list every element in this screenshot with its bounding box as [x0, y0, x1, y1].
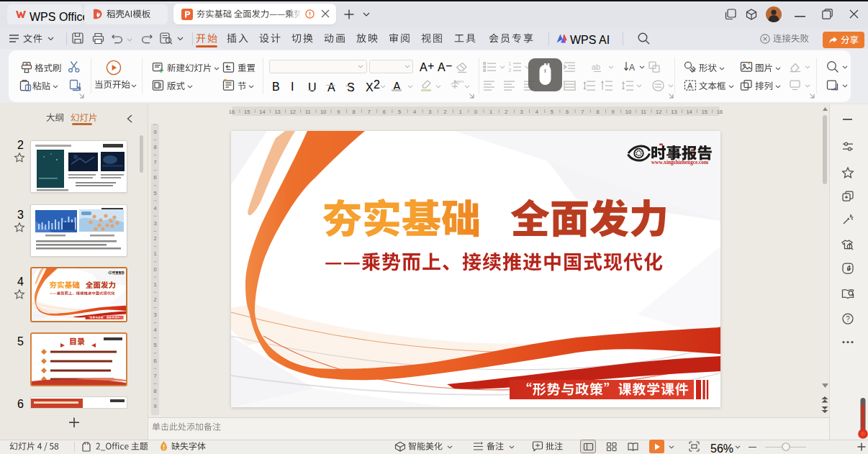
- svg-text:9: 9: [337, 109, 340, 115]
- svg-text:9: 9: [153, 129, 156, 135]
- svg-text:8: 8: [596, 109, 599, 115]
- svg-text:10: 10: [320, 109, 326, 115]
- svg-text:1: 1: [489, 109, 492, 115]
- svg-text:wen: wen: [455, 79, 464, 83]
- svg-text:3: 3: [428, 109, 431, 115]
- svg-text:5: 5: [551, 109, 553, 115]
- svg-text:12: 12: [656, 109, 661, 115]
- svg-text:3: 3: [153, 312, 156, 318]
- svg-text:2: 2: [509, 68, 512, 73]
- svg-text:14: 14: [686, 109, 692, 115]
- svg-text:A: A: [629, 63, 635, 73]
- svg-text:7: 7: [368, 109, 371, 115]
- svg-text:7: 7: [581, 109, 584, 115]
- svg-text:9: 9: [153, 403, 156, 409]
- svg-text:1: 1: [459, 109, 462, 115]
- svg-text:1: 1: [509, 61, 512, 66]
- svg-text:9: 9: [612, 109, 615, 115]
- svg-text:2: 2: [153, 296, 156, 303]
- svg-text:6: 6: [153, 174, 156, 181]
- svg-text:?: ?: [846, 315, 850, 323]
- svg-text:15: 15: [244, 109, 250, 115]
- svg-text:12: 12: [290, 109, 296, 115]
- svg-text:16: 16: [229, 109, 235, 115]
- svg-text:4: 4: [153, 327, 156, 333]
- svg-text:A: A: [687, 81, 693, 90]
- svg-text:0: 0: [153, 266, 156, 273]
- svg-text:5: 5: [398, 109, 401, 115]
- svg-text:4: 4: [413, 109, 416, 115]
- svg-text:5: 5: [153, 342, 156, 348]
- svg-text:1: 1: [153, 250, 156, 257]
- svg-text:6: 6: [566, 109, 569, 115]
- svg-text:7: 7: [153, 373, 156, 379]
- svg-text:10: 10: [625, 109, 631, 115]
- svg-text:13: 13: [671, 109, 677, 115]
- svg-text:13: 13: [274, 109, 280, 115]
- svg-text:4: 4: [153, 205, 156, 212]
- svg-text:14: 14: [259, 109, 265, 115]
- svg-text:2: 2: [444, 109, 447, 115]
- svg-text:5: 5: [153, 190, 156, 196]
- svg-text:4: 4: [535, 109, 538, 115]
- svg-text:3: 3: [153, 220, 156, 227]
- svg-text:8: 8: [153, 144, 156, 150]
- svg-text:11: 11: [305, 109, 311, 115]
- svg-text:3: 3: [520, 109, 523, 115]
- svg-text:1: 1: [153, 281, 156, 288]
- svg-text:2: 2: [153, 235, 156, 242]
- svg-text:2: 2: [505, 109, 507, 115]
- svg-text:15: 15: [702, 109, 707, 115]
- svg-text:6: 6: [153, 358, 156, 364]
- svg-text:6: 6: [383, 109, 386, 115]
- svg-text:16: 16: [717, 109, 723, 115]
- svg-text:ab: ab: [592, 63, 600, 71]
- svg-text:0: 0: [474, 109, 477, 115]
- svg-text:8: 8: [352, 109, 355, 115]
- svg-text:11: 11: [641, 109, 646, 115]
- svg-text:7: 7: [153, 159, 156, 165]
- svg-text:8: 8: [153, 388, 156, 394]
